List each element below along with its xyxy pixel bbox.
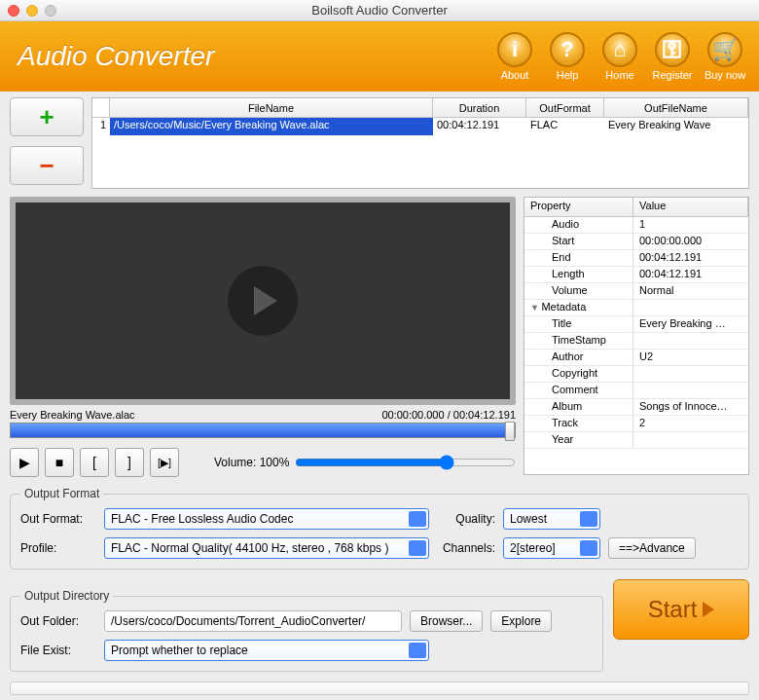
add-file-button[interactable]: + xyxy=(10,97,84,136)
start-button[interactable]: Start xyxy=(613,579,749,640)
fileexist-select[interactable]: Prompt whether to replace xyxy=(104,640,429,661)
outfolder-input[interactable]: /Users/coco/Documents/Torrent_AudioConve… xyxy=(104,610,402,632)
fileexist-label: File Exist: xyxy=(20,644,96,657)
profile-label: Profile: xyxy=(20,541,96,555)
table-row[interactable]: 1/Users/coco/Music/Every Breaking Wave.a… xyxy=(92,118,748,135)
output-directory-legend: Output Directory xyxy=(20,589,113,603)
header-btn-about[interactable]: iAbout xyxy=(492,32,537,81)
quality-select[interactable]: Lowest xyxy=(503,508,600,530)
col-filename[interactable]: FileName xyxy=(110,98,433,117)
home-icon: ⌂ xyxy=(602,32,637,67)
play-button[interactable]: ▶ xyxy=(10,448,39,477)
property-row[interactable]: TitleEvery Breaking … xyxy=(524,316,748,333)
col-property[interactable]: Property xyxy=(524,198,633,216)
header-btn-home[interactable]: ⌂Home xyxy=(597,32,642,81)
property-row[interactable]: Audio1 xyxy=(524,217,748,234)
app-header: Audio Converter iAbout?Help⌂Home⚿Registe… xyxy=(0,21,759,92)
property-row[interactable]: Metadata xyxy=(524,300,748,316)
quality-label: Quality: xyxy=(437,512,495,526)
outformat-label: Out Format: xyxy=(20,512,96,526)
output-format-legend: Output Format xyxy=(20,487,103,500)
property-row[interactable]: Track2 xyxy=(524,416,748,432)
play-overlay-icon[interactable] xyxy=(228,266,298,336)
app-title: Audio Converter xyxy=(18,41,214,72)
buy now-icon: 🛒 xyxy=(707,32,742,67)
window-title: Boilsoft Audio Converter xyxy=(0,3,759,18)
header-btn-buy-now[interactable]: 🛒Buy now xyxy=(703,32,747,81)
property-row[interactable]: Comment xyxy=(524,383,748,399)
property-row[interactable]: Copyright xyxy=(524,366,748,383)
preview-area[interactable] xyxy=(10,197,516,405)
col-outformat[interactable]: OutFormat xyxy=(526,98,604,117)
profile-select[interactable]: FLAC - Normal Quality( 44100 Hz, stereo … xyxy=(104,537,429,559)
remove-file-button[interactable]: − xyxy=(10,146,84,185)
col-value[interactable]: Value xyxy=(633,198,748,216)
about-icon: i xyxy=(497,32,532,67)
explore-button[interactable]: Explore xyxy=(490,610,552,632)
preview-time: 00:00:00.000 / 00:04:12.191 xyxy=(381,409,516,421)
channels-label: Channels: xyxy=(437,541,495,555)
property-row[interactable]: Start00:00:00.000 xyxy=(524,234,748,250)
titlebar: Boilsoft Audio Converter xyxy=(0,0,759,21)
volume-label: Volume: 100% xyxy=(214,456,289,469)
help-icon: ? xyxy=(550,32,585,67)
register-icon: ⚿ xyxy=(655,32,690,67)
seek-slider[interactable] xyxy=(10,423,516,438)
preview-filename: Every Breaking Wave.alac xyxy=(10,409,135,421)
outfolder-label: Out Folder: xyxy=(20,614,96,628)
property-row[interactable]: VolumeNormal xyxy=(524,283,748,300)
outformat-select[interactable]: FLAC - Free Lossless Audio Codec xyxy=(104,508,429,530)
property-row[interactable]: AuthorU2 xyxy=(524,350,748,366)
header-btn-register[interactable]: ⚿Register xyxy=(650,32,695,81)
progress-bar xyxy=(10,682,749,695)
col-outfilename[interactable]: OutFileName xyxy=(604,98,748,117)
property-row[interactable]: Year xyxy=(524,432,748,449)
browser-button[interactable]: Browser... xyxy=(410,610,483,632)
range-button[interactable]: [▶] xyxy=(150,448,179,477)
output-format-group: Output Format Out Format: FLAC - Free Lo… xyxy=(10,487,749,570)
property-row[interactable]: End00:04:12.191 xyxy=(524,250,748,267)
property-row[interactable]: Length00:04:12.191 xyxy=(524,267,748,283)
channels-select[interactable]: 2[stereo] xyxy=(503,537,600,559)
property-table: Property Value Audio1Start00:00:00.000En… xyxy=(524,197,749,475)
volume-slider[interactable] xyxy=(295,455,516,470)
header-btn-help[interactable]: ?Help xyxy=(545,32,590,81)
col-duration[interactable]: Duration xyxy=(433,98,526,117)
file-table: FileName Duration OutFormat OutFileName … xyxy=(91,97,749,189)
advance-button[interactable]: ==>Advance xyxy=(608,537,696,559)
output-directory-group: Output Directory Out Folder: /Users/coco… xyxy=(10,589,603,672)
property-row[interactable]: AlbumSongs of Innoce… xyxy=(524,399,748,416)
stop-button[interactable]: ■ xyxy=(45,448,74,477)
mark-in-button[interactable]: [ xyxy=(80,448,109,477)
property-row[interactable]: TimeStamp xyxy=(524,333,748,350)
mark-out-button[interactable]: ] xyxy=(115,448,144,477)
